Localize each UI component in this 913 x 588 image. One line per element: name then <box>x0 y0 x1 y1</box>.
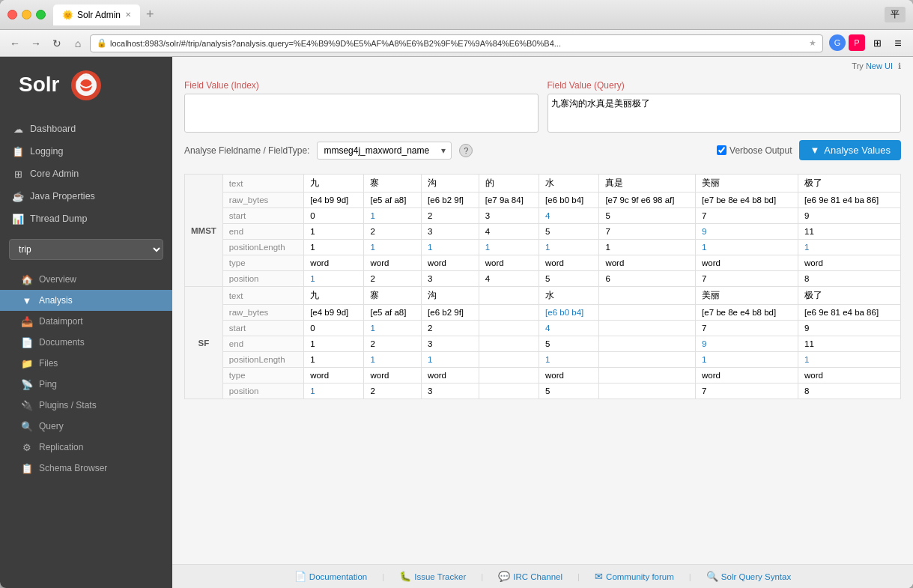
mmst-text-4: 水 <box>539 175 599 193</box>
menu-button[interactable]: ≡ <box>889 34 907 52</box>
sidebar-item-plugins-stats[interactable]: 🔌 Plugins / Stats <box>0 395 172 416</box>
documentation-link[interactable]: 📄 Documentation <box>294 571 367 582</box>
separator-4: | <box>689 572 691 581</box>
community-forum-link[interactable]: ✉ Community forum <box>595 571 674 582</box>
irc-channel-link[interactable]: 💬 IRC Channel <box>498 571 562 582</box>
solr-query-syntax-label: Solr Query Syntax <box>721 572 791 581</box>
sf-rb-7: [e6 9e 81 e4 ba 86] <box>798 305 900 321</box>
sf-pl-5 <box>599 352 696 368</box>
sf-rb-1: [e5 af a8] <box>364 305 422 321</box>
sidebar-item-replication[interactable]: ⚙ Replication <box>0 437 172 458</box>
sidebar-item-label: Files <box>39 358 58 369</box>
sf-start-5 <box>599 321 696 336</box>
tab-close-button[interactable]: ✕ <box>125 10 131 19</box>
solr-query-syntax-link[interactable]: 🔍 Solr Query Syntax <box>706 571 791 582</box>
schema-browser-icon: 📋 <box>21 462 33 474</box>
sidebar-item-label: Core Admin <box>30 169 79 179</box>
jp-button[interactable]: 平 <box>885 7 906 22</box>
sidebar-item-overview[interactable]: 🏠 Overview <box>0 269 172 290</box>
sidebar-item-schema-browser[interactable]: 📋 Schema Browser <box>0 458 172 479</box>
sidebar-item-ping[interactable]: 📡 Ping <box>0 374 172 395</box>
home-button[interactable]: ⌂ <box>69 34 87 52</box>
mmst-type-5: word <box>599 255 696 271</box>
sidebar-item-dashboard[interactable]: ☁ Dashboard <box>0 118 172 140</box>
sf-rb-2: [e6 b2 9f] <box>422 305 479 321</box>
documentation-icon: 📄 <box>294 571 306 582</box>
sf-rb-5 <box>599 305 696 321</box>
filter-icon: ▼ <box>810 145 819 156</box>
analysis-icon: ▼ <box>21 294 33 306</box>
info-icon: ℹ <box>898 61 901 70</box>
address-bar[interactable]: 🔒 localhost:8983/solr/#/trip/analysis?an… <box>90 34 823 52</box>
mmst-group-label: MMST <box>185 175 223 287</box>
field-value-index-group: Field Value (Index) <box>184 80 539 133</box>
table-row: raw_bytes [e4 b9 9d] [e5 af a8] [e6 b2 9… <box>185 305 901 321</box>
sf-type-4: word <box>539 368 599 384</box>
sidebar-item-logging[interactable]: 📋 Logging <box>0 140 172 163</box>
mmst-text-0: 九 <box>304 175 364 193</box>
refresh-button[interactable]: ↻ <box>48 34 66 52</box>
sf-pl-3 <box>479 352 539 368</box>
position-row-label: position <box>222 271 303 287</box>
mmst-type-0: word <box>304 255 364 271</box>
mmst-start-3: 3 <box>479 208 539 224</box>
sidebar-item-files[interactable]: 📁 Files <box>0 353 172 374</box>
sidebar-item-documents[interactable]: 📄 Documents <box>0 332 172 353</box>
mmst-rb-7: [e6 9e 81 e4 ba 86] <box>798 193 900 208</box>
core-admin-icon: ⊞ <box>12 168 24 180</box>
field-row: Field Value (Index) Field Value (Query) … <box>184 80 901 133</box>
forward-button[interactable]: → <box>27 34 45 52</box>
table-row: positionLength 1 1 1 1 1 1 <box>185 352 901 368</box>
fieldtype-select[interactable]: mmseg4j_maxword_name <box>317 142 452 160</box>
sf-type-7: word <box>798 368 900 384</box>
maximize-button[interactable] <box>36 10 46 19</box>
mmst-start-6: 7 <box>696 208 798 224</box>
sidebar-item-thread-dump[interactable]: 📊 Thread Dump <box>0 207 172 230</box>
solr-logo: Solr <box>15 69 105 103</box>
core-selector[interactable]: trip <box>9 239 163 260</box>
sidebar-item-java-properties[interactable]: ☕ Java Properties <box>0 185 172 207</box>
sf-start-3 <box>479 321 539 336</box>
mmst-pl-7: 1 <box>798 240 900 255</box>
minimize-button[interactable] <box>22 10 31 19</box>
sf-start-0: 0 <box>304 321 364 336</box>
back-button[interactable]: ← <box>6 34 24 52</box>
sf-text-5 <box>599 287 696 305</box>
end-row-label: end <box>222 224 303 240</box>
sidebar-item-query[interactable]: 🔍 Query <box>0 416 172 437</box>
sf-pos-1: 2 <box>364 384 422 399</box>
pocket-icon-btn[interactable]: P <box>849 34 865 51</box>
logo-area: Solr <box>0 57 172 115</box>
field-value-query-input[interactable]: 九寨沟的水真是美丽极了 <box>548 94 902 133</box>
sf-end-2: 3 <box>422 336 479 352</box>
extension-icon-btn[interactable]: ⊞ <box>868 34 886 52</box>
help-button[interactable]: ? <box>459 144 473 157</box>
sf-text-1: 寨 <box>364 287 422 305</box>
analysis-table: MMST text 九 寨 沟 的 水 真是 美丽 极了 raw_b <box>184 174 901 399</box>
google-icon-btn[interactable]: G <box>829 34 846 51</box>
sf-text-3 <box>479 287 539 305</box>
field-value-index-input[interactable] <box>184 94 539 133</box>
close-button[interactable] <box>7 10 17 19</box>
active-tab[interactable]: 🌞 Solr Admin ✕ <box>53 4 140 25</box>
sidebar-item-analysis[interactable]: ▼ Analysis <box>0 290 172 311</box>
new-tab-button[interactable]: + <box>146 7 154 22</box>
sf-pos-2: 3 <box>422 384 479 399</box>
sf-text-row-label: text <box>222 287 303 305</box>
tab-bar: 🌞 Solr Admin ✕ + <box>53 4 885 25</box>
new-ui-link[interactable]: New UI <box>866 61 893 70</box>
sf-pos-5 <box>599 384 696 399</box>
sidebar-item-dataimport[interactable]: 📥 Dataimport <box>0 311 172 332</box>
mmst-pos-2: 3 <box>422 271 479 287</box>
poslen-row-label: positionLength <box>222 240 303 255</box>
sidebar-item-label: Query <box>39 421 64 431</box>
mmst-end-5: 7 <box>599 224 696 240</box>
issue-tracker-link[interactable]: 🐛 Issue Tracker <box>399 571 466 582</box>
fieldtype-select-wrapper[interactable]: mmseg4j_maxword_name <box>317 142 452 160</box>
verbose-output-checkbox[interactable] <box>717 145 727 155</box>
mmst-rb-0: [e4 b9 9d] <box>304 193 364 208</box>
core-select[interactable]: trip <box>9 239 163 260</box>
analyse-values-button[interactable]: ▼ Analyse Values <box>799 140 901 160</box>
mmst-text-3: 的 <box>479 175 539 193</box>
sidebar-item-core-admin[interactable]: ⊞ Core Admin <box>0 163 172 185</box>
